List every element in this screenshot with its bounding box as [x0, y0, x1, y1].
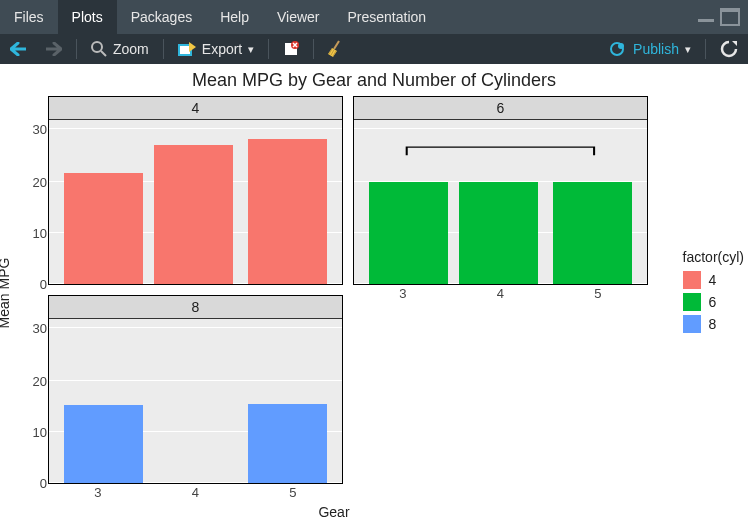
facet-grid: 0 10 20 30 4 6 [48, 96, 658, 494]
plot-title: Mean MPG by Gear and Number of Cylinders [0, 64, 748, 96]
rstudio-plot-pane: Files Plots Packages Help Viewer Present… [0, 0, 748, 522]
facet-panel [49, 119, 342, 284]
bar-cyl4-gear3 [64, 173, 143, 284]
facet-panel [49, 318, 342, 483]
svg-rect-3 [180, 46, 190, 54]
bar-cyl4-gear4 [154, 145, 233, 284]
refresh-icon [720, 40, 738, 58]
clear-plots-button[interactable] [318, 34, 354, 64]
svg-point-11 [618, 43, 624, 49]
svg-line-1 [101, 51, 106, 56]
svg-line-6 [334, 41, 339, 49]
remove-plot-button[interactable] [273, 34, 309, 64]
tab-files[interactable]: Files [0, 0, 58, 34]
chevron-down-icon: ▾ [248, 43, 254, 56]
arrow-right-icon [46, 42, 62, 56]
facet-strip: 6 [354, 97, 647, 120]
publish-button[interactable]: Publish ▾ [599, 41, 701, 57]
export-button[interactable]: Export ▾ [168, 34, 264, 64]
refresh-button[interactable] [710, 34, 748, 64]
chevron-down-icon: ▾ [685, 43, 691, 56]
publish-label: Publish [633, 41, 679, 57]
zoom-icon [91, 41, 107, 57]
zoom-button[interactable]: Zoom [81, 34, 159, 64]
legend-title: factor(cyl) [683, 249, 744, 265]
legend: factor(cyl) 4 6 8 [683, 249, 744, 337]
next-plot-button[interactable] [36, 34, 72, 64]
publish-icon [609, 41, 627, 57]
zoom-label: Zoom [113, 41, 149, 57]
bracket-annotation [354, 119, 647, 284]
y-axis-label: Mean MPG [0, 258, 12, 329]
export-icon [178, 42, 196, 56]
plot-area: Mean MPG by Gear and Number of Cylinders… [0, 64, 748, 522]
tab-packages[interactable]: Packages [117, 0, 206, 34]
legend-item-4: 4 [683, 271, 744, 289]
legend-swatch [683, 315, 701, 333]
x-ticks: 3 4 5 [49, 485, 342, 503]
bar-cyl8-gear3 [64, 405, 143, 483]
maximize-pane-button[interactable] [720, 8, 740, 26]
facet-cyl-8: 0 10 20 30 8 3 4 5 [48, 295, 343, 484]
tab-help[interactable]: Help [206, 0, 263, 34]
bar-cyl4-gear5 [248, 139, 327, 284]
plot-toolbar: Zoom Export ▾ Publish ▾ [0, 34, 748, 64]
arrow-left-icon [10, 42, 26, 56]
tab-viewer[interactable]: Viewer [263, 0, 334, 34]
x-ticks: 3 4 5 [354, 286, 647, 304]
facet-cyl-6: 6 3 4 5 [353, 96, 648, 285]
x-axis-label: Gear [0, 504, 668, 520]
tab-presentation[interactable]: Presentation [334, 0, 441, 34]
facet-strip: 8 [49, 296, 342, 319]
facet-panel [354, 119, 647, 284]
facet-cyl-4: 0 10 20 30 4 [48, 96, 343, 285]
prev-plot-button[interactable] [0, 34, 36, 64]
minimize-pane-button[interactable] [698, 13, 714, 22]
svg-point-0 [92, 42, 102, 52]
legend-item-8: 8 [683, 315, 744, 333]
legend-swatch [683, 271, 701, 289]
pane-tabs: Files Plots Packages Help Viewer Present… [0, 0, 748, 34]
window-buttons [698, 8, 748, 26]
export-label: Export [202, 41, 242, 57]
bar-cyl8-gear5 [248, 404, 327, 483]
y-ticks: 0 10 20 30 [19, 119, 47, 284]
broom-icon [328, 40, 344, 58]
legend-swatch [683, 293, 701, 311]
facet-strip: 4 [49, 97, 342, 120]
legend-item-6: 6 [683, 293, 744, 311]
remove-icon [283, 41, 299, 57]
tab-plots[interactable]: Plots [58, 0, 117, 34]
y-ticks: 0 10 20 30 [19, 318, 47, 483]
